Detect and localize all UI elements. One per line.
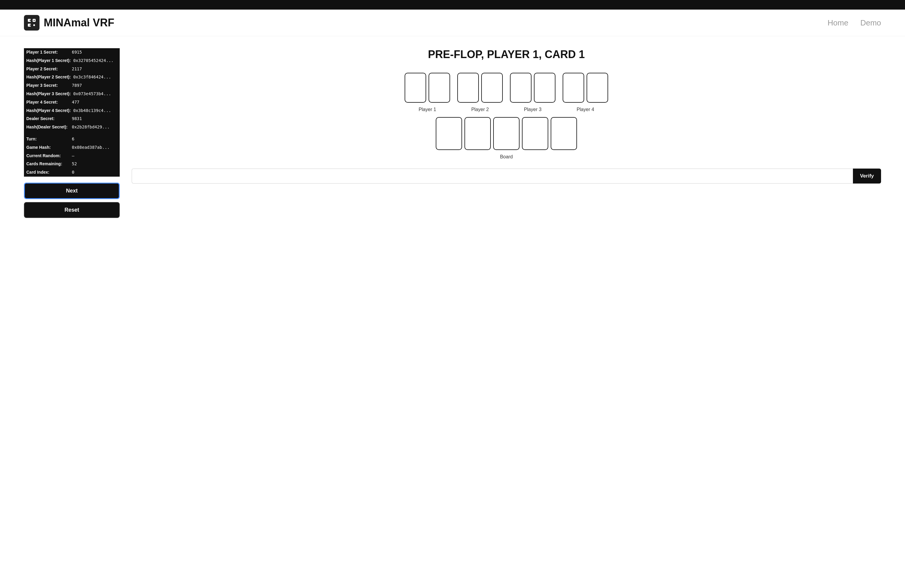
hash-player3-value: 0x073e4573b4...: [73, 90, 113, 98]
player2-secret-value: 2117: [72, 65, 84, 73]
player2-card1: [457, 73, 479, 103]
brand-logo-icon: [24, 15, 40, 30]
player1-cards: [405, 73, 450, 103]
next-button[interactable]: Next: [24, 183, 120, 199]
game-hash-row: Game Hash: 0x08ead387ab...: [24, 143, 120, 152]
player2-secret-row: Player 2 Secret: 2117: [24, 65, 120, 73]
turn-row: Turn: 6: [24, 135, 120, 143]
game-hash-label: Game Hash:: [24, 143, 72, 152]
player4-label: Player 4: [577, 107, 594, 112]
player2-cards: [457, 73, 503, 103]
board-card5: [551, 117, 577, 150]
svg-point-4: [33, 24, 35, 26]
board-card1: [436, 117, 462, 150]
verify-row: Verify: [132, 168, 881, 184]
left-panel: Player 1 Secret: 6915 Hash(Player 1 Secr…: [24, 48, 120, 218]
current-random-row: Current Random: –: [24, 152, 120, 160]
hash-dealer-label: Hash(Dealer Secret):: [24, 123, 72, 132]
players-row: Player 1 Player 2 Player 3: [132, 73, 881, 112]
player4-secret-row: Player 4 Secret: 477: [24, 98, 120, 106]
reset-button[interactable]: Reset: [24, 202, 120, 218]
dealer-secret-value: 9831: [72, 114, 84, 123]
hash-player3-row: Hash(Player 3 Secret): 0x073e4573b4...: [24, 90, 120, 98]
nav-home[interactable]: Home: [827, 18, 848, 27]
svg-rect-0: [26, 17, 37, 29]
board-label: Board: [500, 154, 513, 160]
player2-secret-label: Player 2 Secret:: [24, 65, 72, 73]
hash-player2-row: Hash(Player 2 Secret): 0x3c3f846424...: [24, 73, 120, 81]
board-cards: [436, 117, 577, 150]
game-hash-value: 0x08ead387ab...: [72, 143, 112, 152]
player1-secret-value: 6915: [72, 48, 84, 57]
hash-player3-label: Hash(Player 3 Secret):: [24, 90, 73, 98]
player3-card2: [534, 73, 556, 103]
turn-label: Turn:: [24, 135, 72, 143]
board-card2: [464, 117, 491, 150]
board-section: Board: [132, 117, 881, 160]
info-table: Player 1 Secret: 6915 Hash(Player 1 Secr…: [24, 48, 120, 176]
player1-secret-row: Player 1 Secret: 6915: [24, 48, 120, 57]
cards-remaining-value: 52: [72, 160, 79, 168]
player4-secret-label: Player 4 Secret:: [24, 98, 72, 106]
player1-group: Player 1: [405, 73, 450, 112]
player4-cards: [563, 73, 608, 103]
player4-secret-value: 477: [72, 98, 82, 106]
nav-links: Home Demo: [827, 18, 881, 27]
player3-cards: [510, 73, 556, 103]
hash-dealer-value: 0x2b28fbd429...: [72, 123, 112, 132]
player3-secret-label: Player 3 Secret:: [24, 81, 72, 90]
player3-secret-value: 7897: [72, 81, 84, 90]
player4-card2: [587, 73, 608, 103]
svg-point-6: [33, 20, 35, 21]
hash-player4-row: Hash(Player 4 Secret): 0x3b48c139c4...: [24, 106, 120, 115]
hash-player1-value: 0x32705452424...: [73, 57, 116, 65]
hash-dealer-row: Hash(Dealer Secret): 0x2b28fbd429...: [24, 123, 120, 132]
current-random-label: Current Random:: [24, 152, 72, 160]
player3-label: Player 3: [524, 107, 542, 112]
dealer-secret-row: Dealer Secret: 9831: [24, 114, 120, 123]
cards-remaining-row: Cards Remaining: 52: [24, 160, 120, 168]
brand: MINAmal VRF: [24, 15, 114, 30]
player1-secret-label: Player 1 Secret:: [24, 48, 72, 57]
player3-group: Player 3: [510, 73, 556, 112]
hash-player4-value: 0x3b48c139c4...: [73, 106, 113, 115]
verify-input[interactable]: [132, 168, 853, 184]
board-card3: [493, 117, 519, 150]
card-index-label: Card Index:: [24, 168, 72, 176]
nav-demo[interactable]: Demo: [861, 18, 881, 27]
player4-card1: [563, 73, 584, 103]
current-random-value: –: [72, 152, 76, 160]
player1-card2: [429, 73, 450, 103]
player1-label: Player 1: [419, 107, 437, 112]
dealer-secret-label: Dealer Secret:: [24, 114, 72, 123]
svg-point-5: [30, 20, 31, 21]
player2-card2: [481, 73, 503, 103]
brand-name: MINAmal VRF: [44, 16, 114, 29]
player1-card1: [405, 73, 426, 103]
turn-value: 6: [72, 135, 76, 143]
info-spacer: [24, 132, 120, 135]
right-panel: PRE-FLOP, PLAYER 1, CARD 1 Player 1 Play…: [132, 48, 881, 218]
hash-player2-value: 0x3c3f846424...: [73, 73, 113, 81]
hash-player4-label: Hash(Player 4 Secret):: [24, 106, 73, 115]
navbar: MINAmal VRF Home Demo: [0, 10, 905, 36]
top-bar: [0, 0, 905, 10]
cards-remaining-label: Cards Remaining:: [24, 160, 72, 168]
hash-player1-row: Hash(Player 1 Secret): 0x32705452424...: [24, 57, 120, 65]
svg-point-7: [30, 25, 31, 26]
hash-player1-label: Hash(Player 1 Secret):: [24, 57, 73, 65]
player2-label: Player 2: [472, 107, 489, 112]
player2-group: Player 2: [457, 73, 503, 112]
card-index-value: 0: [72, 168, 76, 176]
player3-secret-row: Player 3 Secret: 7897: [24, 81, 120, 90]
player3-card1: [510, 73, 532, 103]
board-card4: [522, 117, 548, 150]
card-index-row: Card Index: 0: [24, 168, 120, 176]
hash-player2-label: Hash(Player 2 Secret):: [24, 73, 73, 81]
verify-button[interactable]: Verify: [853, 168, 881, 184]
game-title: PRE-FLOP, PLAYER 1, CARD 1: [132, 48, 881, 61]
main-content: Player 1 Secret: 6915 Hash(Player 1 Secr…: [0, 36, 905, 230]
player4-group: Player 4: [563, 73, 608, 112]
